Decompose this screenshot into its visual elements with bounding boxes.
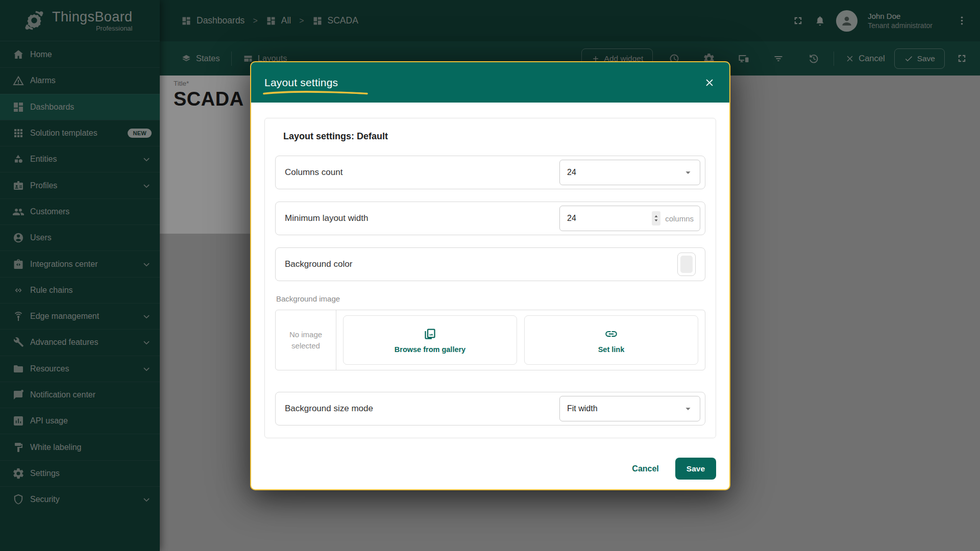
columns-count-select[interactable]: 24 bbox=[559, 160, 700, 185]
dialog-footer: Cancel Save bbox=[264, 458, 716, 480]
dialog-close-icon[interactable] bbox=[704, 77, 715, 88]
background-image-box: No image selected Browse from gallery Se… bbox=[275, 310, 705, 370]
gallery-icon bbox=[423, 327, 437, 341]
number-stepper[interactable] bbox=[652, 211, 660, 226]
dialog-cancel-button[interactable]: Cancel bbox=[632, 464, 658, 473]
layout-settings-dialog: Layout settings Layout settings: Default… bbox=[250, 61, 730, 490]
dialog-save-button[interactable]: Save bbox=[675, 458, 716, 480]
min-layout-width-input[interactable] bbox=[567, 214, 652, 223]
min-layout-width-row: Minimum layout width columns bbox=[275, 202, 705, 235]
title-underline bbox=[262, 90, 370, 95]
min-layout-width-label: Minimum layout width bbox=[285, 213, 559, 223]
background-color-row: Background color bbox=[275, 247, 705, 281]
background-size-mode-value: Fit width bbox=[567, 404, 598, 413]
min-layout-width-field[interactable]: columns bbox=[559, 206, 700, 231]
dialog-title: Layout settings bbox=[264, 77, 338, 89]
set-link-button[interactable]: Set link bbox=[524, 315, 698, 365]
section-heading: Layout settings: Default bbox=[283, 131, 705, 142]
link-icon bbox=[604, 327, 618, 341]
columns-count-label: Columns count bbox=[285, 167, 559, 178]
columns-count-row: Columns count 24 bbox=[275, 156, 705, 189]
dropdown-arrow-icon bbox=[682, 403, 694, 414]
dialog-body: Layout settings: Default Columns count 2… bbox=[251, 103, 729, 489]
background-size-mode-row: Background size mode Fit width bbox=[275, 392, 705, 425]
background-image-label: Background image bbox=[276, 294, 705, 303]
no-image-placeholder: No image selected bbox=[276, 310, 336, 370]
background-color-label: Background color bbox=[285, 259, 677, 269]
background-size-mode-label: Background size mode bbox=[285, 404, 559, 414]
columns-suffix: columns bbox=[665, 214, 694, 223]
dropdown-arrow-icon bbox=[682, 167, 694, 178]
layout-settings-card: Layout settings: Default Columns count 2… bbox=[264, 118, 716, 438]
set-link-label: Set link bbox=[598, 345, 625, 354]
browse-from-gallery-button[interactable]: Browse from gallery bbox=[343, 315, 517, 365]
columns-count-value: 24 bbox=[567, 168, 576, 177]
dialog-header: Layout settings bbox=[251, 62, 729, 103]
background-color-picker[interactable] bbox=[677, 253, 696, 276]
color-swatch bbox=[680, 256, 693, 273]
browse-from-gallery-label: Browse from gallery bbox=[395, 345, 465, 354]
background-size-mode-select[interactable]: Fit width bbox=[559, 396, 700, 421]
